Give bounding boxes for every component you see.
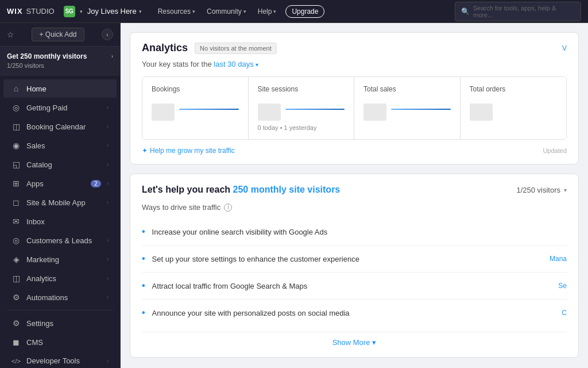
sidebar-item-sales[interactable]: ◉ Sales ›: [3, 136, 117, 155]
search-icon: 🔍: [461, 7, 470, 16]
analytics-chevron-icon: ›: [107, 275, 109, 281]
stat-sessions-title: Site sessions: [258, 85, 345, 93]
stat-bookings-placeholder: [152, 103, 175, 121]
view-all-link[interactable]: V: [562, 44, 567, 52]
stat-bookings-bar: [152, 98, 239, 121]
getting-paid-icon: ◎: [11, 103, 21, 112]
top-navigation: WIX STUDIO SG ▾ Joy Lives Here ▾ Resourc…: [0, 0, 588, 23]
ways-to-drive-header: Ways to drive site traffic i: [142, 203, 567, 212]
site-name[interactable]: Joy Lives Here ▾: [87, 7, 142, 16]
nav-help[interactable]: Help ▾: [253, 5, 281, 18]
sidebar-item-booking-calendar[interactable]: ◫ Booking Calendar ›: [3, 117, 117, 136]
booking-calendar-icon: ◫: [11, 122, 21, 131]
quick-add-button[interactable]: + Quick Add: [32, 28, 84, 41]
content-area: Analytics No visitors at the moment V Yo…: [121, 23, 588, 368]
search-bar[interactable]: 🔍 Search for tools, apps, help & more...: [455, 2, 581, 21]
visitor-banner[interactable]: Get 250 monthly visitors › 1/250 visitor…: [0, 47, 120, 75]
community-chevron-icon: ▾: [243, 9, 246, 14]
sidebar-item-getting-paid[interactable]: ◎ Getting Paid ›: [3, 98, 117, 117]
stat-sessions-bar: [258, 98, 345, 121]
stat-bookings-title: Bookings: [152, 85, 239, 93]
sidebar-item-analytics[interactable]: ◫ Analytics ›: [3, 269, 117, 288]
sidebar-item-marketing[interactable]: ◈ Marketing ›: [3, 250, 117, 269]
customers-icon: ◎: [11, 236, 21, 245]
avatar-chevron-icon[interactable]: ▾: [80, 9, 83, 14]
stat-sessions-line: [285, 109, 345, 110]
main-layout: ☆ + Quick Add ‹ Get 250 monthly visitors…: [0, 23, 588, 368]
quick-add-bar: ☆ + Quick Add ‹: [0, 23, 120, 47]
settings-icon: ⚙: [11, 319, 21, 328]
site-mobile-icon: ◻: [11, 198, 21, 207]
sidebar-item-inbox[interactable]: ✉ Inbox: [3, 212, 117, 231]
sidebar: ☆ + Quick Add ‹ Get 250 monthly visitors…: [0, 23, 121, 368]
sales-chevron-icon: ›: [107, 143, 109, 148]
sidebar-item-home[interactable]: ⌂ Home: [3, 79, 117, 98]
booking-calendar-chevron-icon: ›: [107, 124, 109, 129]
sidebar-item-catalog[interactable]: ◱ Catalog ›: [3, 155, 117, 174]
site-chevron-icon: ▾: [139, 9, 142, 14]
resources-chevron-icon: ▾: [192, 9, 195, 14]
logo-wix: WIX: [7, 7, 23, 16]
traffic-items-list: • Increase your online search visibility…: [142, 218, 567, 326]
stat-sessions: Site sessions 0 today • 1 yesterday: [249, 77, 355, 139]
stat-total-orders: Total orders: [461, 77, 567, 139]
sidebar-item-cms[interactable]: ◼ CMS: [3, 333, 117, 351]
stat-total-sales: Total sales: [354, 77, 461, 139]
bullet-icon-3: •: [142, 308, 145, 318]
bullet-icon-2: •: [142, 281, 145, 291]
help-traffic-link[interactable]: ✦ Help me grow my site traffic: [142, 147, 235, 155]
stat-bookings: Bookings: [142, 77, 249, 139]
visitor-banner-chevron-icon: ›: [111, 53, 113, 59]
site-mobile-chevron-icon: ›: [107, 200, 109, 205]
apps-badge: 2: [91, 180, 101, 187]
stat-sessions-placeholder: [258, 103, 281, 121]
stat-orders-bar: [470, 98, 558, 121]
stat-bookings-line: [179, 109, 239, 110]
collapse-sidebar-button[interactable]: ‹: [102, 29, 113, 40]
automations-chevron-icon: ›: [107, 294, 109, 300]
avatar: SG: [64, 6, 75, 17]
traffic-action-1[interactable]: Mana: [550, 255, 567, 263]
sidebar-item-automations[interactable]: ⚙ Automations ›: [3, 288, 117, 306]
stat-total-orders-title: Total orders: [470, 85, 558, 93]
analytics-header: Analytics No visitors at the moment V: [142, 42, 567, 54]
show-more-button[interactable]: Show More ▾: [332, 338, 377, 347]
last-30-days-link[interactable]: last 30 days: [214, 60, 253, 68]
logo-area: WIX STUDIO: [7, 7, 55, 16]
analytics-footer: ✦ Help me grow my site traffic Updated: [142, 147, 567, 155]
sidebar-item-developer-tools[interactable]: </> Developer Tools ›: [3, 352, 117, 368]
show-more-area: Show More ▾: [142, 332, 567, 347]
nav-resources[interactable]: Resources ▾: [153, 5, 200, 18]
sidebar-item-settings[interactable]: ⚙ Settings: [3, 314, 117, 332]
reach-section: Let's help you reach 250 monthly site vi…: [130, 174, 579, 358]
visitor-banner-title: Get 250 monthly visitors ›: [7, 52, 113, 60]
upgrade-button[interactable]: Upgrade: [285, 5, 324, 18]
bullet-icon-1: •: [142, 254, 145, 264]
customers-chevron-icon: ›: [107, 237, 109, 243]
getting-paid-chevron-icon: ›: [107, 105, 109, 110]
automations-icon: ⚙: [11, 293, 21, 302]
visitor-count: 1/250 visitors: [7, 62, 113, 69]
logo-studio: STUDIO: [26, 7, 55, 16]
reach-chevron-icon: ▾: [564, 187, 567, 193]
star-icon: ☆: [7, 30, 14, 39]
nav-community[interactable]: Community ▾: [202, 5, 251, 18]
reach-header: Let's help you reach 250 monthly site vi…: [142, 185, 567, 195]
sidebar-nav: ⌂ Home ◎ Getting Paid › ◫ Booking Calend…: [0, 75, 120, 368]
marketing-icon: ◈: [11, 255, 21, 264]
traffic-action-2[interactable]: Se: [558, 282, 567, 290]
sidebar-item-site-mobile-app[interactable]: ◻ Site & Mobile App ›: [3, 193, 117, 212]
cms-icon: ◼: [11, 338, 21, 347]
traffic-item-1: • Set up your store settings to enhance …: [142, 246, 567, 273]
traffic-action-3[interactable]: C: [562, 309, 567, 317]
reach-250-visitors-link[interactable]: 250 monthly site visitors: [233, 185, 341, 194]
ways-info-icon[interactable]: i: [224, 204, 232, 212]
stats-grid: Bookings Site sessions 0 today • 1 yeste…: [142, 76, 567, 140]
period-chevron-icon: ▾: [256, 62, 258, 68]
traffic-item-2: • Attract local traffic from Google Sear…: [142, 273, 567, 300]
reach-visitors-count: 1/250 visitors ▾: [516, 186, 567, 194]
nav-links: Resources ▾ Community ▾ Help ▾ Upgrade: [153, 5, 325, 18]
sidebar-item-apps[interactable]: ⊞ Apps 2 ›: [3, 174, 117, 193]
sidebar-item-customers-leads[interactable]: ◎ Customers & Leads ›: [3, 231, 117, 250]
show-more-chevron-icon: ▾: [372, 338, 376, 347]
